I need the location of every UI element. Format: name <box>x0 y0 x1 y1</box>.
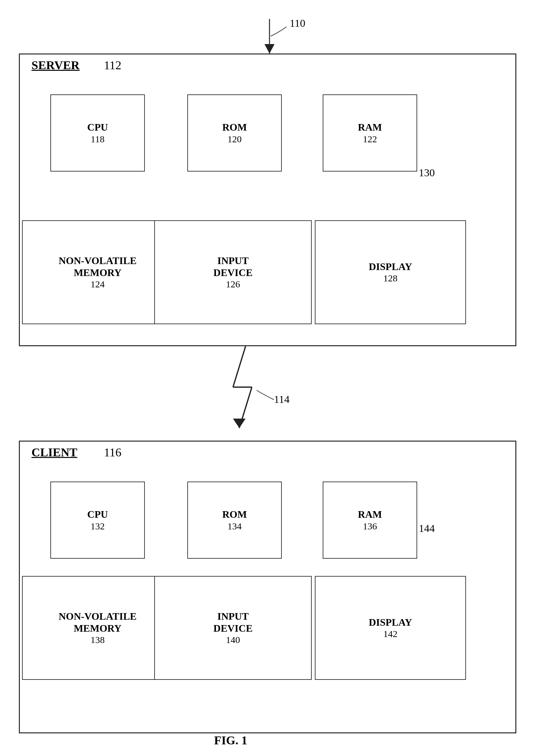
server-bus-label: 130 <box>419 167 435 179</box>
client-display-box: DISPLAY 142 <box>315 576 466 680</box>
client-title: CLIENT <box>32 446 77 459</box>
server-ram-box: RAM 122 <box>323 95 417 172</box>
server-ram-num: 122 <box>363 133 377 145</box>
client-rom-box: ROM 134 <box>187 482 282 559</box>
fig-label: FIG. 1 <box>214 733 248 747</box>
client-input-box: INPUT DEVICE 140 <box>154 576 312 680</box>
server-input-num: 126 <box>226 279 240 290</box>
client-ram-num: 136 <box>363 520 377 532</box>
server-nvm-num: 124 <box>91 279 105 290</box>
svg-line-11 <box>239 387 252 428</box>
server-rom-box: ROM 120 <box>187 95 282 172</box>
network-label: 114 <box>274 393 290 405</box>
server-rom-label: ROM <box>222 121 247 133</box>
server-input-label: INPUT DEVICE <box>213 255 253 279</box>
client-cpu-num: 132 <box>91 520 105 532</box>
client-ram-box: RAM 136 <box>323 482 417 559</box>
server-rom-num: 120 <box>228 133 242 145</box>
client-number: 116 <box>104 446 121 459</box>
server-display-num: 128 <box>383 273 398 284</box>
server-display-label: DISPLAY <box>369 261 412 273</box>
top-arrow-label: 110 <box>290 17 305 29</box>
server-input-box: INPUT DEVICE 126 <box>154 220 312 324</box>
server-number: 112 <box>104 58 121 72</box>
client-nvm-num: 138 <box>91 634 105 646</box>
client-rom-num: 134 <box>228 520 242 532</box>
client-display-num: 142 <box>383 628 398 640</box>
server-cpu-label: CPU <box>87 121 108 133</box>
server-display-box: DISPLAY 128 <box>315 220 466 324</box>
client-cpu-box: CPU 132 <box>50 482 145 559</box>
server-cpu-box: CPU 118 <box>50 95 145 172</box>
svg-marker-1 <box>265 44 274 53</box>
client-ram-label: RAM <box>358 508 382 520</box>
server-title: SERVER <box>32 58 80 72</box>
svg-marker-12 <box>233 419 246 428</box>
client-cpu-label: CPU <box>87 508 108 520</box>
client-display-label: DISPLAY <box>369 616 412 628</box>
client-rom-label: ROM <box>222 508 247 520</box>
client-nvm-box: NON-VOLATILE MEMORY 138 <box>22 576 173 680</box>
server-ram-label: RAM <box>358 121 382 133</box>
diagram: 110 SERVER 112 CPU 118 ROM 120 RAM 122 1… <box>0 0 539 756</box>
server-nvm-box: NON-VOLATILE MEMORY 124 <box>22 220 173 324</box>
client-nvm-label: NON-VOLATILE MEMORY <box>58 610 137 635</box>
svg-line-9 <box>233 346 246 387</box>
server-nvm-label: NON-VOLATILE MEMORY <box>58 255 137 279</box>
server-cpu-num: 118 <box>91 133 105 145</box>
client-input-num: 140 <box>226 634 240 646</box>
client-input-label: INPUT DEVICE <box>213 610 253 635</box>
client-bus-label: 144 <box>419 522 435 534</box>
